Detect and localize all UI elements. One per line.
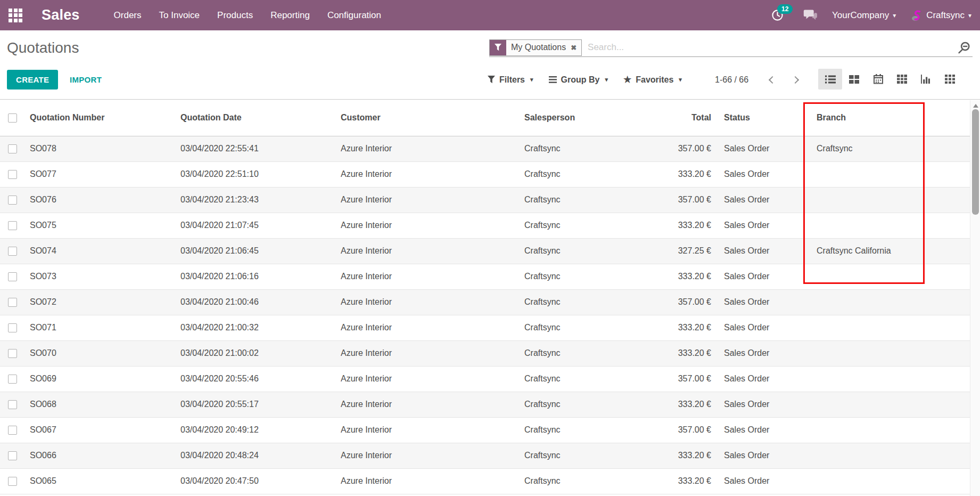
- activity-view-button[interactable]: [938, 69, 962, 90]
- col-quotation-date[interactable]: Quotation Date: [180, 100, 341, 136]
- quotation-row[interactable]: SO078 03/04/2020 22:55:41 Azure Interior…: [0, 136, 970, 161]
- quotation-row[interactable]: SO071 03/04/2020 21:00:32 Azure Interior…: [0, 315, 970, 340]
- activity-clock-icon[interactable]: 12: [771, 9, 784, 21]
- pager-previous-icon[interactable]: [769, 76, 776, 83]
- select-all-checkbox[interactable]: [8, 113, 17, 123]
- quotation-row[interactable]: SO077 03/04/2020 22:51:10 Azure Interior…: [0, 161, 970, 187]
- cell-quotation-number: SO072: [24, 289, 180, 315]
- col-status[interactable]: Status: [711, 100, 805, 136]
- pivot-table-icon: [897, 75, 907, 84]
- search-input[interactable]: [582, 42, 957, 53]
- pivot-view-button[interactable]: [890, 69, 914, 90]
- cell-status: Sales Order: [711, 238, 805, 264]
- cell-total: 357.00 €: [628, 289, 711, 315]
- cell-quotation-date: 03/04/2020 20:48:24: [180, 443, 341, 468]
- user-avatar: [910, 9, 923, 21]
- pager-next-icon[interactable]: [792, 76, 799, 83]
- quotation-row[interactable]: SO068 03/04/2020 20:55:17 Azure Interior…: [0, 392, 970, 417]
- quotation-row[interactable]: SO076 03/04/2020 21:23:43 Azure Interior…: [0, 187, 970, 213]
- app-brand[interactable]: Sales: [42, 7, 80, 23]
- facet-remove-icon[interactable]: ✖: [570, 40, 581, 55]
- row-checkbox[interactable]: [8, 375, 17, 384]
- cell-total: 357.00 €: [628, 417, 711, 443]
- quotation-row[interactable]: SO069 03/04/2020 20:55:46 Azure Interior…: [0, 366, 970, 392]
- cell-branch: [805, 417, 926, 443]
- cell-quotation-number: SO070: [24, 340, 180, 366]
- row-checkbox[interactable]: [8, 272, 17, 281]
- col-customer[interactable]: Customer: [341, 100, 524, 136]
- cell-branch: Craftsync: [805, 136, 926, 161]
- menu-orders[interactable]: Orders: [114, 10, 142, 21]
- cell-quotation-number: SO074: [24, 238, 180, 264]
- row-checkbox[interactable]: [8, 170, 17, 179]
- cell-salesperson: Craftsync: [524, 315, 628, 340]
- graph-view-button[interactable]: [914, 69, 938, 90]
- chevron-down-icon: ▾: [968, 12, 971, 19]
- create-button[interactable]: CREATE: [7, 70, 58, 90]
- col-total[interactable]: Total: [628, 100, 711, 136]
- scroll-up-arrow-icon[interactable]: [973, 104, 978, 108]
- group-by-dropdown[interactable]: Group By ▾: [549, 75, 608, 85]
- menu-configuration[interactable]: Configuration: [327, 10, 381, 21]
- cell-quotation-number: SO069: [24, 366, 180, 392]
- favorites-dropdown[interactable]: ★ Favorites ▾: [623, 75, 682, 85]
- company-switcher[interactable]: YourCompany ▾: [832, 10, 896, 21]
- row-checkbox[interactable]: [8, 426, 17, 435]
- list-view-button[interactable]: [818, 69, 842, 90]
- menu-reporting[interactable]: Reporting: [270, 10, 310, 21]
- import-button[interactable]: IMPORT: [64, 70, 107, 90]
- menu-to-invoice[interactable]: To Invoice: [159, 10, 200, 21]
- apps-menu-icon[interactable]: [9, 9, 22, 22]
- quotation-row[interactable]: SO074 03/04/2020 21:06:45 Azure Interior…: [0, 238, 970, 264]
- col-branch[interactable]: Branch: [805, 100, 926, 136]
- search-icon[interactable]: [957, 40, 973, 55]
- row-checkbox[interactable]: [8, 144, 17, 153]
- scrollbar-thumb[interactable]: [972, 109, 979, 215]
- quotation-row[interactable]: SO070 03/04/2020 21:00:02 Azure Interior…: [0, 340, 970, 366]
- cell-quotation-date: 03/04/2020 22:55:41: [180, 136, 341, 161]
- cell-filler: [926, 417, 970, 443]
- cell-customer: Azure Interior: [341, 366, 524, 392]
- row-checkbox[interactable]: [8, 323, 17, 332]
- cell-total: 357.00 €: [628, 136, 711, 161]
- menu-products[interactable]: Products: [217, 10, 253, 21]
- vertical-scrollbar[interactable]: [970, 100, 980, 496]
- quotation-row[interactable]: SO066 03/04/2020 20:48:24 Azure Interior…: [0, 443, 970, 468]
- row-checkbox[interactable]: [8, 298, 17, 307]
- quotation-row[interactable]: SO075 03/04/2020 21:07:45 Azure Interior…: [0, 213, 970, 238]
- row-checkbox[interactable]: [8, 400, 17, 409]
- top-navbar: Sales Orders To Invoice Products Reporti…: [0, 0, 980, 30]
- row-checkbox[interactable]: [8, 196, 17, 205]
- cell-branch: Craftsync California: [805, 238, 926, 264]
- kanban-view-button[interactable]: [842, 69, 866, 90]
- cell-filler: [926, 213, 970, 238]
- row-checkbox[interactable]: [8, 247, 17, 256]
- row-checkbox[interactable]: [8, 477, 17, 486]
- quotation-row[interactable]: SO067 03/04/2020 20:49:12 Azure Interior…: [0, 417, 970, 443]
- cell-customer: Azure Interior: [341, 443, 524, 468]
- cell-salesperson: Craftsync: [524, 213, 628, 238]
- row-checkbox[interactable]: [8, 349, 17, 358]
- cell-filler: [926, 366, 970, 392]
- row-checkbox[interactable]: [8, 221, 17, 230]
- cell-status: Sales Order: [711, 289, 805, 315]
- cell-quotation-number: SO078: [24, 136, 180, 161]
- cell-quotation-date: 03/04/2020 21:00:32: [180, 315, 341, 340]
- row-checkbox[interactable]: [8, 451, 17, 460]
- quotation-row[interactable]: SO072 03/04/2020 21:00:46 Azure Interior…: [0, 289, 970, 315]
- messages-icon[interactable]: [803, 9, 818, 21]
- group-by-label: Group By: [561, 75, 600, 85]
- cell-salesperson: Craftsync: [524, 289, 628, 315]
- cell-customer: Azure Interior: [341, 187, 524, 213]
- filters-dropdown[interactable]: Filters ▾: [488, 75, 533, 85]
- cell-quotation-date: 03/04/2020 21:23:43: [180, 187, 341, 213]
- cell-filler: [926, 238, 970, 264]
- col-quotation-number[interactable]: Quotation Number: [24, 100, 180, 136]
- quotation-row[interactable]: SO073 03/04/2020 21:06:16 Azure Interior…: [0, 264, 970, 289]
- user-menu[interactable]: Craftsync ▾: [910, 9, 971, 21]
- col-salesperson[interactable]: Salesperson: [524, 100, 628, 136]
- cell-total: 333.20 €: [628, 161, 711, 187]
- cell-branch: [805, 213, 926, 238]
- calendar-view-button[interactable]: [866, 69, 890, 90]
- quotation-row[interactable]: SO065 03/04/2020 20:47:50 Azure Interior…: [0, 468, 970, 494]
